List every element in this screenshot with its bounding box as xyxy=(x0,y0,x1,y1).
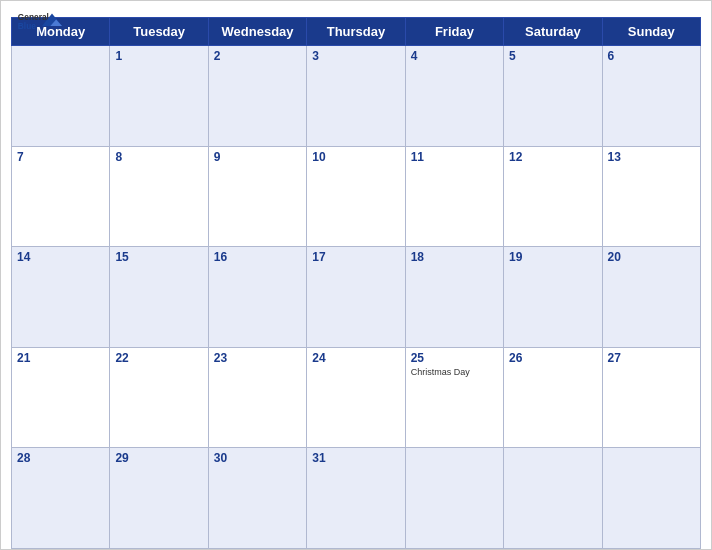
day-cell: 8 xyxy=(110,146,208,247)
calendar-page: General Blue MondayTuesdayWednesdayThurs… xyxy=(0,0,712,550)
calendar-header: General Blue xyxy=(1,1,711,17)
weekday-header-row: MondayTuesdayWednesdayThursdayFridaySatu… xyxy=(12,18,701,46)
day-cell: 23 xyxy=(208,347,306,448)
week-row-4: 2122232425Christmas Day2627 xyxy=(12,347,701,448)
day-number: 5 xyxy=(509,49,596,63)
day-number: 7 xyxy=(17,150,104,164)
day-cell: 2 xyxy=(208,46,306,147)
holiday-label: Christmas Day xyxy=(411,367,498,377)
day-cell xyxy=(504,448,602,549)
day-cell: 13 xyxy=(602,146,700,247)
day-number: 20 xyxy=(608,250,695,264)
weekday-header-friday: Friday xyxy=(405,18,503,46)
week-row-2: 78910111213 xyxy=(12,146,701,247)
day-cell: 26 xyxy=(504,347,602,448)
day-cell: 9 xyxy=(208,146,306,247)
day-number: 11 xyxy=(411,150,498,164)
day-number: 31 xyxy=(312,451,399,465)
day-number: 10 xyxy=(312,150,399,164)
day-cell: 24 xyxy=(307,347,405,448)
day-number: 8 xyxy=(115,150,202,164)
generalblue-logo: General Blue xyxy=(17,9,67,39)
day-number: 18 xyxy=(411,250,498,264)
day-number: 27 xyxy=(608,351,695,365)
day-number: 14 xyxy=(17,250,104,264)
day-cell: 31 xyxy=(307,448,405,549)
weekday-header-thursday: Thursday xyxy=(307,18,405,46)
day-number: 6 xyxy=(608,49,695,63)
day-number: 25 xyxy=(411,351,498,365)
day-cell: 30 xyxy=(208,448,306,549)
day-cell: 4 xyxy=(405,46,503,147)
day-cell: 21 xyxy=(12,347,110,448)
day-cell: 25Christmas Day xyxy=(405,347,503,448)
weekday-header-saturday: Saturday xyxy=(504,18,602,46)
day-number: 22 xyxy=(115,351,202,365)
day-cell: 5 xyxy=(504,46,602,147)
day-cell: 7 xyxy=(12,146,110,247)
day-cell: 28 xyxy=(12,448,110,549)
day-number: 4 xyxy=(411,49,498,63)
day-cell: 20 xyxy=(602,247,700,348)
weekday-header-sunday: Sunday xyxy=(602,18,700,46)
day-number: 13 xyxy=(608,150,695,164)
day-cell: 1 xyxy=(110,46,208,147)
day-number: 16 xyxy=(214,250,301,264)
day-number: 23 xyxy=(214,351,301,365)
calendar-table: MondayTuesdayWednesdayThursdayFridaySatu… xyxy=(11,17,701,549)
day-cell xyxy=(12,46,110,147)
day-number: 2 xyxy=(214,49,301,63)
day-number: 15 xyxy=(115,250,202,264)
week-row-3: 14151617181920 xyxy=(12,247,701,348)
day-number: 29 xyxy=(115,451,202,465)
day-cell xyxy=(405,448,503,549)
day-cell: 15 xyxy=(110,247,208,348)
day-cell xyxy=(602,448,700,549)
day-number: 24 xyxy=(312,351,399,365)
day-number: 21 xyxy=(17,351,104,365)
day-cell: 14 xyxy=(12,247,110,348)
week-row-5: 28293031 xyxy=(12,448,701,549)
day-number: 12 xyxy=(509,150,596,164)
day-cell: 11 xyxy=(405,146,503,247)
day-number: 9 xyxy=(214,150,301,164)
day-number: 17 xyxy=(312,250,399,264)
day-cell: 3 xyxy=(307,46,405,147)
day-cell: 18 xyxy=(405,247,503,348)
svg-text:Blue: Blue xyxy=(18,21,36,31)
day-number: 28 xyxy=(17,451,104,465)
day-number: 26 xyxy=(509,351,596,365)
day-cell: 6 xyxy=(602,46,700,147)
day-number: 3 xyxy=(312,49,399,63)
day-number: 19 xyxy=(509,250,596,264)
weekday-header-tuesday: Tuesday xyxy=(110,18,208,46)
day-cell: 29 xyxy=(110,448,208,549)
day-cell: 27 xyxy=(602,347,700,448)
day-cell: 19 xyxy=(504,247,602,348)
day-number: 30 xyxy=(214,451,301,465)
day-number: 1 xyxy=(115,49,202,63)
day-cell: 12 xyxy=(504,146,602,247)
day-cell: 17 xyxy=(307,247,405,348)
week-row-1: 123456 xyxy=(12,46,701,147)
weekday-header-wednesday: Wednesday xyxy=(208,18,306,46)
day-cell: 22 xyxy=(110,347,208,448)
day-cell: 16 xyxy=(208,247,306,348)
day-cell: 10 xyxy=(307,146,405,247)
